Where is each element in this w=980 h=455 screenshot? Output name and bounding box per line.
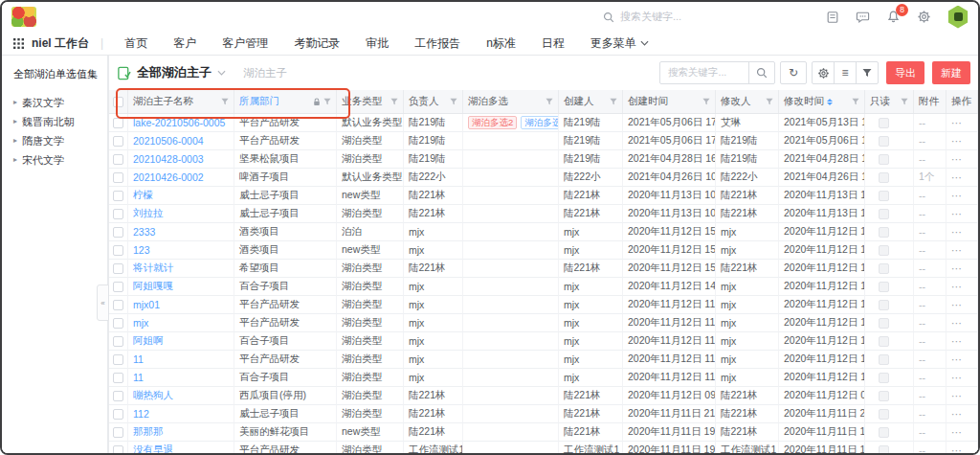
record-link[interactable]: mjx01 [133, 299, 160, 310]
sidebar-item-0[interactable]: ▸秦汉文学 [13, 93, 107, 112]
readonly-checkbox[interactable] [879, 318, 889, 329]
sidebar-collapse-handle[interactable]: « [97, 284, 109, 321]
record-link[interactable]: 嘣热狗人 [133, 389, 173, 402]
notifications-bell-icon[interactable]: 8 [886, 10, 901, 24]
row-checkbox[interactable] [113, 172, 123, 183]
row-checkbox[interactable] [113, 118, 123, 128]
global-search[interactable]: 搜索关键字... [603, 2, 681, 32]
row-more-actions-icon[interactable]: ⋯ [951, 335, 963, 347]
select-all-checkbox[interactable] [113, 97, 123, 107]
row-checkbox[interactable] [113, 209, 123, 219]
sidebar-item-3[interactable]: ▸宋代文学 [13, 150, 107, 170]
settings-gear-icon[interactable] [917, 10, 931, 24]
filter-funnel-icon[interactable] [852, 98, 859, 105]
table-search-input[interactable]: 搜索关键字... [659, 61, 775, 84]
column-header-created[interactable]: 创建时间 [623, 90, 716, 113]
readonly-checkbox[interactable] [879, 172, 889, 183]
readonly-checkbox[interactable] [879, 391, 889, 401]
row-checkbox[interactable] [113, 336, 123, 347]
row-more-actions-icon[interactable]: ⋯ [951, 226, 963, 238]
filter-funnel-icon[interactable] [901, 98, 908, 105]
row-checkbox[interactable] [113, 373, 123, 383]
row-more-actions-icon[interactable]: ⋯ [951, 317, 963, 329]
readonly-checkbox[interactable] [879, 263, 889, 274]
column-header-modified[interactable]: 修改时间 [779, 90, 865, 113]
nav-item-7[interactable]: 日程 [542, 35, 565, 52]
column-header-type[interactable]: 业务类型 [337, 90, 404, 113]
row-more-actions-icon[interactable]: ⋯ [951, 353, 963, 365]
filter-funnel-icon[interactable] [546, 98, 553, 105]
sidebar-item-2[interactable]: ▸隋唐文学 [13, 131, 107, 150]
row-checkbox[interactable] [113, 445, 123, 454]
column-header-modifier[interactable]: 修改人 [716, 90, 779, 113]
row-more-actions-icon[interactable]: ⋯ [951, 390, 963, 401]
row-checkbox[interactable] [113, 263, 123, 274]
record-link[interactable]: 将计就计 [133, 262, 173, 275]
row-more-actions-icon[interactable]: ⋯ [951, 281, 963, 292]
column-header-creator[interactable]: 创建人 [559, 90, 623, 113]
filter-funnel-icon[interactable] [766, 98, 773, 105]
filter-funnel-icon[interactable] [323, 98, 331, 105]
row-more-actions-icon[interactable]: ⋯ [951, 153, 963, 165]
row-more-actions-icon[interactable]: ⋯ [951, 408, 963, 420]
readonly-checkbox[interactable] [879, 427, 889, 438]
filter-funnel-icon[interactable] [450, 98, 457, 105]
record-link[interactable]: 20210426-0002 [133, 171, 204, 183]
nav-item-1[interactable]: 客户 [173, 35, 196, 52]
journal-icon[interactable] [826, 11, 839, 24]
record-link[interactable]: 没有早退 [133, 444, 173, 453]
row-more-actions-icon[interactable]: ⋯ [951, 426, 963, 438]
readonly-checkbox[interactable] [879, 409, 889, 420]
row-checkbox[interactable] [113, 300, 123, 310]
record-link[interactable]: mjx [133, 317, 148, 329]
nav-item-0[interactable]: 首页 [124, 35, 147, 52]
row-more-actions-icon[interactable]: ⋯ [951, 444, 963, 453]
column-header-actions[interactable]: 操作 [947, 90, 978, 113]
row-checkbox[interactable] [113, 318, 123, 329]
refresh-button[interactable]: ↻ [780, 61, 807, 84]
app-grid-icon[interactable] [13, 38, 24, 49]
filter-button[interactable] [857, 62, 878, 83]
row-more-actions-icon[interactable]: ⋯ [951, 299, 963, 310]
row-checkbox[interactable] [113, 409, 123, 420]
row-checkbox[interactable] [113, 136, 123, 147]
row-checkbox[interactable] [113, 191, 123, 201]
column-header-name[interactable]: 湖泊主子名称 [128, 90, 234, 113]
readonly-checkbox[interactable] [879, 373, 889, 383]
row-checkbox[interactable] [113, 391, 123, 401]
app-logo[interactable] [11, 7, 36, 27]
nav-item-more-menu[interactable]: 更多菜单 [590, 35, 649, 52]
row-more-actions-icon[interactable]: ⋯ [951, 171, 963, 183]
sort-icon[interactable] [827, 99, 833, 105]
record-link[interactable]: 2333 [133, 226, 155, 238]
filter-funnel-icon[interactable] [610, 98, 617, 105]
row-more-actions-icon[interactable]: ⋯ [951, 135, 963, 147]
record-link[interactable]: 11 [133, 372, 144, 383]
record-link[interactable]: 刘拉拉 [133, 207, 164, 220]
column-header-multi[interactable]: 湖泊多选 [463, 90, 559, 113]
readonly-checkbox[interactable] [879, 282, 889, 292]
column-header-dept[interactable]: 所属部门 [234, 90, 337, 113]
record-link[interactable]: 阿姐啊 [133, 334, 164, 348]
sidebar-item-1[interactable]: ▸魏晋南北朝 [13, 112, 107, 131]
record-link[interactable]: 那那那 [133, 425, 164, 439]
chevron-down-icon[interactable] [217, 70, 226, 76]
list-view-button[interactable]: ≡ [835, 62, 857, 83]
record-link[interactable]: 11 [133, 353, 144, 365]
nav-item-2[interactable]: 客户管理 [222, 35, 268, 52]
record-link[interactable]: 柠檬 [133, 189, 153, 202]
nav-item-4[interactable]: 审批 [366, 35, 389, 52]
row-more-actions-icon[interactable]: ⋯ [951, 117, 963, 128]
header-select-all[interactable] [109, 90, 128, 113]
readonly-checkbox[interactable] [879, 336, 889, 347]
table-search-button[interactable] [748, 62, 774, 83]
row-checkbox[interactable] [113, 154, 123, 165]
record-link[interactable]: lake-20210506-0005 [133, 117, 225, 128]
record-link[interactable]: 20210428-0003 [133, 153, 204, 165]
row-checkbox[interactable] [113, 354, 123, 365]
user-avatar[interactable] [947, 6, 969, 29]
readonly-checkbox[interactable] [879, 227, 889, 238]
nav-item-5[interactable]: 工作报告 [414, 35, 460, 52]
readonly-checkbox[interactable] [879, 300, 889, 310]
readonly-checkbox[interactable] [879, 209, 889, 219]
